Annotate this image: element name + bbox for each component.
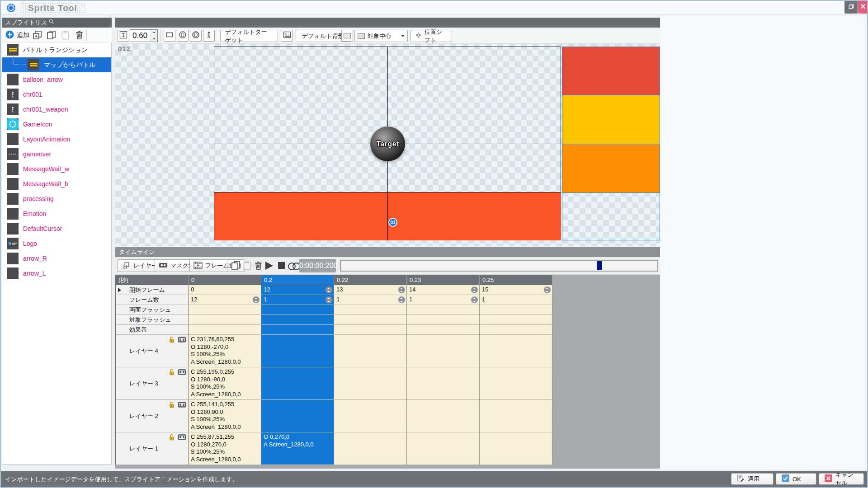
row-label-cell[interactable]: 対象フラッシュ bbox=[116, 315, 189, 325]
column-header[interactable]: 0 bbox=[189, 275, 261, 285]
frames-icon[interactable] bbox=[178, 434, 186, 441]
timeline-cell[interactable] bbox=[261, 335, 334, 367]
timeline-cell[interactable] bbox=[261, 400, 334, 432]
duplicate-sprite-button[interactable] bbox=[33, 30, 42, 40]
cell-spinner[interactable] bbox=[326, 296, 332, 303]
list-item[interactable]: MessageWait_w bbox=[2, 162, 111, 177]
timeline-cell[interactable] bbox=[480, 432, 552, 465]
row-label-cell[interactable]: 効果音 bbox=[116, 325, 189, 335]
timeline-cell[interactable]: C 255,87,51,255O 1280,270,0S 100%,25%A S… bbox=[189, 432, 261, 465]
timeline-cell[interactable]: 1 bbox=[334, 295, 407, 305]
show-coin-filled-button[interactable] bbox=[190, 30, 202, 42]
zoom-down-button[interactable] bbox=[151, 36, 157, 42]
paste-sprite-button[interactable] bbox=[61, 30, 70, 40]
timeline-cell[interactable] bbox=[189, 325, 261, 335]
timeline-cell[interactable] bbox=[261, 367, 334, 400]
timeline-cell[interactable] bbox=[480, 335, 552, 367]
list-item[interactable]: Emotion bbox=[2, 206, 111, 221]
list-item[interactable]: chr001_weapon bbox=[2, 102, 111, 117]
timeline-cell[interactable]: C 255,141,0,255O 1280,90,0S 100%,25%A Sc… bbox=[189, 400, 261, 432]
row-label-cell[interactable]: レイヤー 1 bbox=[116, 432, 189, 465]
timeline-cell[interactable] bbox=[261, 305, 334, 315]
row-label-cell[interactable]: レイヤー 2 bbox=[116, 400, 189, 432]
timeline-cell[interactable]: 1 bbox=[480, 295, 552, 305]
zoom-spin-buttons[interactable] bbox=[151, 30, 157, 42]
cell-spinner[interactable] bbox=[253, 296, 259, 303]
copy-frame-button[interactable] bbox=[231, 261, 241, 270]
frame-position-marker[interactable]: 01 bbox=[388, 218, 397, 227]
timeline-cell[interactable]: 15 bbox=[480, 285, 552, 295]
timeline-cell[interactable] bbox=[480, 400, 552, 432]
timeline-cell[interactable] bbox=[261, 315, 334, 325]
timeline-cell[interactable] bbox=[407, 432, 480, 465]
timeline-cell[interactable] bbox=[334, 315, 407, 325]
list-item[interactable]: balloon_arrow bbox=[2, 72, 111, 87]
default-target-button[interactable]: デフォルトターゲット bbox=[220, 30, 278, 42]
delete-frame-button[interactable] bbox=[254, 261, 263, 270]
cell-spinner[interactable] bbox=[471, 286, 478, 293]
row-label-cell[interactable]: フレーム数 bbox=[116, 295, 189, 305]
list-item[interactable]: DefaultCursor bbox=[2, 221, 111, 236]
timeline-cell[interactable]: C 231,76,60,255O 1280,-270,0S 100%,25%A … bbox=[189, 335, 261, 367]
paste-frame-button[interactable] bbox=[242, 261, 252, 270]
timeline-cell[interactable] bbox=[334, 400, 407, 432]
list-item[interactable]: LayoutAnimation bbox=[2, 132, 111, 147]
timeline-cell[interactable] bbox=[334, 367, 407, 400]
cell-spinner[interactable] bbox=[544, 286, 551, 293]
anchor-mode-dropdown[interactable]: 対象中心 bbox=[354, 30, 408, 42]
timeline-cell[interactable]: 12 bbox=[261, 285, 334, 295]
cell-spinner[interactable] bbox=[326, 286, 332, 293]
column-header[interactable]: 0.25 bbox=[480, 275, 552, 285]
timeline-cell[interactable] bbox=[480, 325, 552, 335]
timeline-cell[interactable] bbox=[480, 367, 552, 400]
row-label-cell[interactable]: レイヤー 4 bbox=[116, 335, 189, 367]
close-window-button[interactable] bbox=[858, 1, 868, 14]
list-item[interactable]: arrow_R bbox=[2, 251, 111, 266]
lock-open-icon[interactable] bbox=[168, 401, 176, 408]
list-item[interactable]: arrow_L bbox=[2, 266, 111, 281]
frames-icon[interactable] bbox=[178, 401, 186, 408]
timeline-cell[interactable] bbox=[407, 367, 480, 400]
cell-spinner[interactable] bbox=[398, 296, 405, 303]
timeline-cell[interactable]: 0 bbox=[189, 285, 261, 295]
timeline-cell[interactable] bbox=[334, 335, 407, 367]
list-item[interactable]: gameover bbox=[2, 147, 111, 162]
target-sphere[interactable]: Target bbox=[370, 127, 405, 161]
timeline-cell[interactable] bbox=[334, 305, 407, 315]
timeline-cell[interactable] bbox=[261, 325, 334, 335]
sprite-canvas[interactable]: 012 Target 01 bbox=[115, 44, 660, 246]
list-item[interactable]: MessageWait_b bbox=[2, 177, 111, 192]
cancel-button[interactable]: キャンセル bbox=[819, 473, 864, 485]
add-sprite-button[interactable]: 追加 bbox=[5, 30, 29, 40]
timeline-cell[interactable] bbox=[189, 305, 261, 315]
copy-sprite-button[interactable] bbox=[47, 30, 56, 40]
list-item[interactable]: processing bbox=[2, 192, 111, 206]
fit-view-button[interactable] bbox=[118, 30, 129, 42]
timeline-cell[interactable]: 1 bbox=[261, 295, 334, 305]
stop-button[interactable] bbox=[278, 262, 285, 269]
timeline-cell[interactable]: 1 bbox=[407, 295, 480, 305]
show-coin-outline-button[interactable] bbox=[177, 30, 189, 42]
lock-open-icon[interactable] bbox=[168, 434, 176, 441]
apply-button[interactable]: 適用 bbox=[731, 473, 774, 485]
column-header[interactable]: 0.2 bbox=[261, 275, 334, 285]
timeline-cell[interactable] bbox=[480, 305, 552, 315]
timeline-cell[interactable] bbox=[407, 315, 480, 325]
timeline-cell[interactable] bbox=[407, 305, 480, 315]
show-frame-button[interactable] bbox=[164, 30, 175, 42]
column-header[interactable]: 0.23 bbox=[407, 275, 480, 285]
cell-spinner[interactable] bbox=[471, 296, 478, 303]
timeline-cell[interactable] bbox=[407, 335, 480, 367]
row-label-cell[interactable]: レイヤー 3 bbox=[116, 367, 189, 400]
ok-button[interactable]: OK bbox=[776, 473, 816, 485]
restore-window-button[interactable] bbox=[844, 1, 858, 14]
timeline-cell[interactable] bbox=[334, 432, 407, 465]
target-image-button[interactable] bbox=[281, 30, 293, 42]
zoom-up-button[interactable] bbox=[151, 30, 157, 36]
sprite-block-orange[interactable] bbox=[562, 144, 660, 193]
cell-spinner[interactable] bbox=[398, 286, 405, 293]
timeline-cell[interactable] bbox=[407, 325, 480, 335]
row-label-cell[interactable]: 開始フレーム bbox=[116, 285, 189, 295]
timeline-cell[interactable]: O 0,270,0A Screen_1280,0,0 bbox=[261, 432, 334, 465]
list-item[interactable]: マップからバトル bbox=[2, 57, 111, 72]
